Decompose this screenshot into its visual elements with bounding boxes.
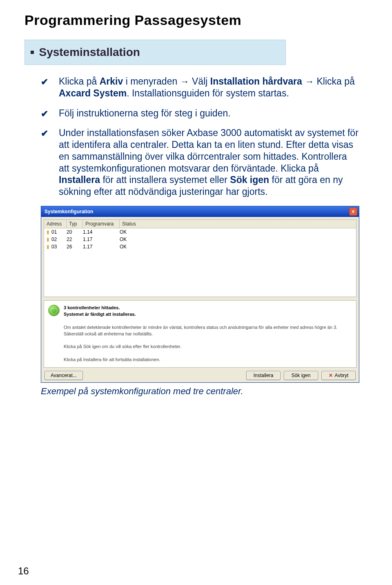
button-bar: Avancerat... Installera Sök igen Avbryt	[44, 371, 356, 380]
smiley-icon: ☺	[48, 305, 60, 316]
page-title: Programmering Passagesystem	[24, 12, 368, 28]
figure-caption: Exempel på systemkonfiguration med tre c…	[41, 386, 368, 397]
section-heading-box: Systeminstallation	[24, 40, 286, 65]
cell-adress: 01	[51, 229, 67, 235]
cell-prog: 1.17	[83, 244, 120, 250]
section-heading: Systeminstallation	[39, 46, 140, 58]
cell-adress: 02	[51, 237, 67, 242]
dialog-title: Systemkonfiguration	[45, 209, 349, 214]
info-sub: Systemet är färdigt att installeras.	[64, 312, 136, 317]
checklist: Klicka på Arkiv i menyraden → Välj Insta…	[24, 76, 368, 198]
cell-prog: 1.14	[83, 229, 120, 235]
avancerat-button[interactable]: Avancerat...	[45, 371, 83, 380]
close-icon[interactable]: ×	[349, 208, 357, 216]
bold-text: Axcard System	[59, 88, 127, 98]
text: → Klicka på	[302, 76, 355, 87]
bold-text: Sök igen	[230, 174, 269, 185]
info-panel: ☺ 3 kontrollenheter hittades. Systemet ä…	[44, 300, 356, 368]
device-icon: ▮	[44, 229, 51, 235]
text: Följ instruktionerna steg för steg i gui…	[59, 108, 231, 118]
device-icon: ▮	[44, 237, 51, 242]
col-status[interactable]: Status	[120, 220, 356, 228]
info-p3: Klicka på Installera för att fortsätta i…	[64, 357, 160, 362]
info-p2: Klicka på Sök igen om du vill söka efter…	[64, 344, 181, 349]
col-adress[interactable]: Adress	[44, 220, 67, 228]
page-number: 16	[18, 565, 29, 577]
text: Under installationsfasen söker Axbase 30…	[59, 127, 359, 173]
dialog-titlebar: Systemkonfiguration ×	[41, 206, 359, 217]
table-row[interactable]: ▮ 01 20 1.14 OK	[44, 228, 356, 236]
bold-text: Installation hårdvara	[210, 76, 302, 87]
list-item: Följ instruktionerna steg för steg i gui…	[41, 107, 359, 119]
cell-typ: 22	[67, 237, 83, 242]
text: Klicka på	[59, 76, 100, 87]
cell-status: OK	[120, 237, 356, 242]
list-item: Under installationsfasen söker Axbase 30…	[41, 127, 359, 198]
cell-typ: 26	[67, 244, 83, 250]
cell-typ: 20	[67, 229, 83, 235]
dialog-systemkonfiguration: Systemkonfiguration × Adress Typ Program…	[41, 206, 359, 383]
info-heading: 3 kontrollenheter hittades.	[64, 305, 120, 310]
installera-button[interactable]: Installera	[246, 371, 281, 380]
text: . Installationsguiden för system startas…	[127, 88, 289, 98]
info-p1: Om antalet detekterade kontrollenheter ä…	[64, 325, 337, 336]
device-icon: ▮	[44, 244, 51, 250]
col-programvara[interactable]: Programvara	[83, 220, 120, 228]
list-header: Adress Typ Programvara Status	[44, 220, 356, 228]
sok-igen-button[interactable]: Sök igen	[284, 371, 318, 380]
cell-status: OK	[120, 229, 356, 235]
text: för att installera systemet eller	[100, 174, 230, 185]
table-row[interactable]: ▮ 03 26 1.17 OK	[44, 243, 356, 250]
info-text: 3 kontrollenheter hittades. Systemet är …	[64, 305, 352, 363]
col-typ[interactable]: Typ	[67, 220, 83, 228]
cell-adress: 03	[51, 244, 67, 250]
bold-text: Arkiv	[100, 76, 123, 87]
bold-text: Installera	[59, 174, 100, 185]
table-row[interactable]: ▮ 02 22 1.17 OK	[44, 236, 356, 243]
device-list: Adress Typ Programvara Status ▮ 01 20 1.…	[44, 219, 356, 297]
cell-status: OK	[120, 244, 356, 250]
cell-prog: 1.17	[83, 237, 120, 242]
list-item: Klicka på Arkiv i menyraden → Välj Insta…	[41, 76, 359, 99]
avbryt-button[interactable]: Avbryt	[321, 371, 356, 380]
bullet-square-icon	[31, 51, 34, 54]
text: i menyraden → Välj	[123, 76, 210, 87]
